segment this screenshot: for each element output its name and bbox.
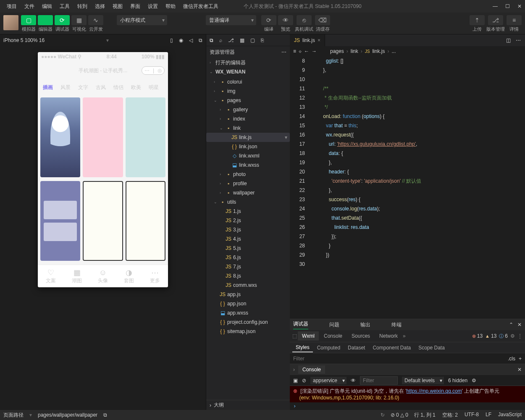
tree-node[interactable]: ⬓link.wxss	[206, 160, 290, 170]
styles-tab[interactable]: Styles	[292, 343, 313, 352]
status-item[interactable]: JavaScript	[498, 412, 522, 419]
list-icon[interactable]: ≡	[293, 48, 296, 54]
grid-image[interactable]	[126, 97, 165, 177]
compile-select[interactable]: 普通编译	[206, 15, 256, 25]
tree-node[interactable]: JS3.js	[206, 225, 290, 234]
tree-node[interactable]: { }app.json	[206, 299, 290, 308]
toolbar-button[interactable]: ▦可视化	[71, 15, 87, 32]
menu-item[interactable]: 项目	[3, 1, 20, 12]
status-item[interactable]: LF	[486, 412, 491, 419]
eye-icon[interactable]: 👁	[351, 378, 356, 383]
toggle-icon[interactable]: ▣	[293, 378, 298, 383]
tree-node[interactable]: JSapp.js	[206, 290, 290, 299]
category-tab[interactable]: 文字	[78, 84, 88, 91]
menu-item[interactable]: 转到	[74, 1, 91, 12]
code-area[interactable]: 8910111213141516171819202122232425262728…	[290, 56, 525, 319]
toolbar-button[interactable]: 编辑器	[38, 15, 53, 32]
editor-tab[interactable]: JS link.js ×	[290, 34, 325, 46]
capsule-button[interactable]: ⋯|◎	[142, 66, 165, 75]
tree-node[interactable]: JS1.js	[206, 207, 290, 216]
toolbar-action[interactable]: ≡详情	[507, 15, 522, 32]
console-link[interactable]: https://mp.weixin.qq.com	[407, 388, 462, 394]
menu-item[interactable]: 帮助	[162, 1, 179, 12]
menu-item[interactable]: 文件	[21, 1, 38, 12]
category-tab[interactable]: 情侣	[113, 84, 123, 91]
link-icon[interactable]: ⎘	[261, 37, 264, 43]
menu-item[interactable]: 设置	[144, 1, 161, 12]
category-tab[interactable]: 明星	[149, 84, 159, 91]
grid-image[interactable]	[83, 181, 123, 261]
grid-image[interactable]	[126, 181, 165, 261]
console-filter-input[interactable]	[360, 376, 398, 385]
tree-node[interactable]: JS6.js	[206, 253, 290, 262]
context-select[interactable]: appservice	[310, 377, 346, 384]
tree-node[interactable]: { }project.config.json	[206, 318, 290, 327]
device-info[interactable]: iPhone 5 100% 16	[3, 37, 45, 43]
tree-node[interactable]: ◇link.wxml	[206, 151, 290, 160]
tree-node[interactable]: { }link.json	[206, 142, 290, 151]
tree-node[interactable]: JS8.js	[206, 271, 290, 281]
grid-image[interactable]	[40, 181, 80, 261]
devtools-header-tab[interactable]: 问题	[329, 321, 339, 328]
close-icon[interactable]: ✕	[517, 367, 522, 373]
menu-item[interactable]: 工具	[56, 1, 73, 12]
more-icon[interactable]: ⋯	[281, 49, 286, 55]
minimize-icon[interactable]: —	[493, 3, 498, 9]
more-icon[interactable]: ⋯	[516, 37, 521, 43]
tree-node[interactable]: JS4.js	[206, 234, 290, 244]
section-open-editors[interactable]: ›打开的编辑器	[206, 58, 290, 67]
tree-node[interactable]: JS2.js	[206, 216, 290, 225]
menu-item[interactable]: 视图	[109, 1, 126, 12]
toolbar-action[interactable]: ⎋真机调试	[295, 15, 313, 32]
close-icon[interactable]: ✕	[517, 322, 522, 328]
console-prompt[interactable]: ›	[290, 402, 525, 410]
styles-tab[interactable]: Scope Data	[415, 344, 448, 352]
styles-tab[interactable]: Computed	[314, 344, 344, 352]
hidden-count[interactable]: 6 hidden	[448, 378, 467, 383]
bookmark-icon[interactable]: ⟐	[299, 48, 302, 54]
toolbar-action[interactable]: 👁预览	[278, 15, 293, 32]
category-tab[interactable]: 欧美	[131, 84, 141, 91]
fwd-icon[interactable]: →	[312, 48, 317, 54]
gear-icon[interactable]: ⚙	[472, 378, 476, 383]
levels-select[interactable]: Default levels	[402, 377, 444, 384]
devtools-header-tab[interactable]: 输出	[360, 321, 370, 328]
tree-node[interactable]: ⬓app.wxss	[206, 308, 290, 318]
more-icon[interactable]: ⋮	[517, 333, 522, 339]
tree-node[interactable]: JScomm.wxs	[206, 281, 290, 290]
tree-node[interactable]: JS5.js	[206, 244, 290, 253]
toolbar-action[interactable]: ⟳编译	[261, 15, 276, 32]
tree-node[interactable]: ›▪colorui	[206, 77, 290, 87]
category-tab[interactable]: 插画	[43, 84, 53, 91]
status-item[interactable]: UTF-8	[465, 412, 479, 419]
styles-tab[interactable]: Dataset	[344, 344, 368, 352]
devtools-tab[interactable]: Wxml	[298, 331, 319, 341]
tree-node[interactable]: ›▪wallpaper	[206, 188, 290, 197]
styles-tab[interactable]: Component Data	[369, 344, 414, 352]
mode-select[interactable]: 小程序模式	[117, 15, 167, 25]
toolbar-button[interactable]: ∿云开发	[88, 15, 103, 32]
status-item[interactable]: 行 1, 列 1	[414, 412, 436, 419]
add-icon[interactable]: +	[519, 356, 522, 362]
section-project[interactable]: ⌄WX_WENAN	[206, 67, 290, 76]
devtools-header-tab[interactable]: 终端	[391, 321, 402, 328]
collapse-icon[interactable]: ⌃	[509, 322, 513, 328]
close-icon[interactable]: ✕	[517, 3, 522, 9]
files-icon[interactable]: ⧉	[210, 37, 213, 43]
nav-item[interactable]: ⋯更多	[150, 268, 160, 284]
tree-node[interactable]: ›▪photo	[206, 170, 290, 179]
ext-icon[interactable]: ▦	[240, 37, 244, 43]
devtools-tab[interactable]: Network	[375, 331, 402, 341]
menu-item[interactable]: 选择	[92, 1, 108, 12]
tree-node[interactable]: JSlink.js	[206, 133, 290, 142]
copy-icon[interactable]: ⧉	[199, 37, 202, 43]
status-item[interactable]: 空格: 2	[442, 412, 458, 419]
rotate-icon[interactable]: ▯	[170, 37, 173, 43]
menu-item[interactable]: 编辑	[39, 1, 55, 12]
grid-image[interactable]	[40, 97, 80, 177]
category-tab[interactable]: 古风	[96, 84, 106, 91]
menu-item[interactable]: 界面	[127, 1, 144, 12]
back-icon[interactable]: ←	[304, 48, 309, 54]
maximize-icon[interactable]: ☐	[505, 3, 510, 9]
nav-item[interactable]: ▦潮图	[72, 268, 82, 284]
